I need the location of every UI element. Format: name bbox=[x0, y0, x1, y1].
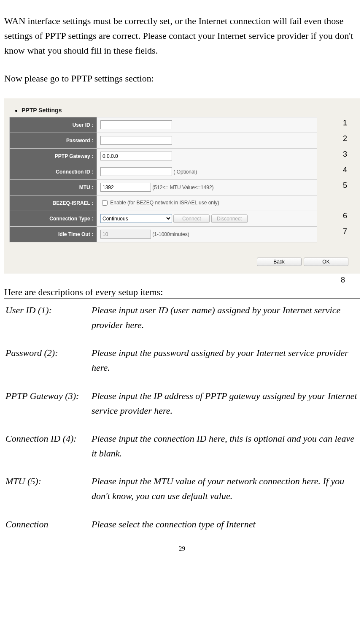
annotation-7: 7 bbox=[343, 227, 347, 236]
desc-text-2: Please input the password assigned by yo… bbox=[91, 345, 359, 387]
mtu-label: MTU : bbox=[10, 179, 97, 195]
desc-label-4: Connection ID (4): bbox=[5, 431, 90, 472]
connect-button[interactable]: Connect bbox=[173, 214, 210, 223]
settings-table: User ID : Password : PPTP Gateway : Conn… bbox=[9, 117, 317, 242]
divider bbox=[4, 299, 360, 299]
desc-text-4: Please input the connection ID here, thi… bbox=[91, 431, 359, 472]
descriptions-table: User ID (1): Please input user ID (user … bbox=[4, 301, 360, 532]
connection-type-select[interactable]: Continuous bbox=[100, 214, 172, 223]
connection-type-label: Connection Type : bbox=[10, 211, 97, 226]
settings-title: PPTP Settings bbox=[9, 107, 355, 114]
password-label: Password : bbox=[10, 133, 97, 148]
pptp-gateway-label: PPTP Gateway : bbox=[10, 148, 97, 164]
desc-label-6: Connection bbox=[5, 516, 90, 532]
back-button[interactable]: Back bbox=[257, 258, 302, 266]
settings-screenshot: PPTP Settings User ID : Password : PPTP … bbox=[4, 98, 360, 274]
annotation-3: 3 bbox=[343, 150, 347, 159]
mtu-input[interactable] bbox=[100, 183, 151, 192]
intro-paragraph: WAN interface settings must be correctly… bbox=[4, 14, 360, 58]
mtu-hint: (512<= MTU Value<=1492) bbox=[152, 185, 213, 190]
page-number: 29 bbox=[4, 545, 360, 552]
idle-timeout-input bbox=[100, 230, 151, 239]
user-id-input[interactable] bbox=[100, 120, 172, 129]
bezeq-checkbox[interactable] bbox=[102, 200, 108, 206]
bullet-icon bbox=[15, 110, 17, 112]
connection-id-label: Connection ID : bbox=[10, 164, 97, 179]
desc-label-1: User ID (1): bbox=[5, 302, 90, 344]
password-input[interactable] bbox=[100, 136, 172, 145]
annotation-4: 4 bbox=[343, 166, 347, 174]
desc-label-2: Password (2): bbox=[5, 345, 90, 387]
desc-text-5: Please input the MTU value of your netwo… bbox=[91, 473, 359, 515]
bezeq-hint: Enable (for BEZEQ network in ISRAEL use … bbox=[110, 200, 219, 206]
desc-text-6: Please select the connection type of Int… bbox=[91, 516, 359, 532]
desc-text-3: Please input the IP address of PPTP gate… bbox=[91, 388, 359, 430]
goto-paragraph: Now please go to PPTP settings section: bbox=[4, 71, 360, 86]
desc-label-5: MTU (5): bbox=[5, 473, 90, 515]
pptp-gateway-input[interactable] bbox=[100, 152, 172, 160]
user-id-label: User ID : bbox=[10, 117, 97, 133]
desc-label-3: PPTP Gateway (3): bbox=[5, 388, 90, 430]
annotation-1: 1 bbox=[343, 119, 347, 128]
desc-text-1: Please input user ID (user name) assigne… bbox=[91, 302, 359, 344]
ok-button[interactable]: OK bbox=[304, 258, 348, 266]
annotation-8: 8 bbox=[4, 276, 360, 285]
descriptions-header: Here are descriptions of every setup ite… bbox=[4, 287, 360, 298]
bezeq-label: BEZEQ-ISRAEL : bbox=[10, 195, 97, 211]
disconnect-button[interactable]: Disconnect bbox=[211, 214, 248, 223]
idle-timeout-label: Idle Time Out : bbox=[10, 226, 97, 242]
annotation-6: 6 bbox=[343, 212, 347, 220]
annotation-5: 5 bbox=[343, 181, 347, 190]
annotation-2: 2 bbox=[343, 134, 347, 143]
connection-id-input[interactable] bbox=[100, 167, 172, 176]
idle-timeout-hint: (1-1000minutes) bbox=[152, 231, 189, 237]
connection-id-hint: ( Optional) bbox=[173, 169, 197, 175]
